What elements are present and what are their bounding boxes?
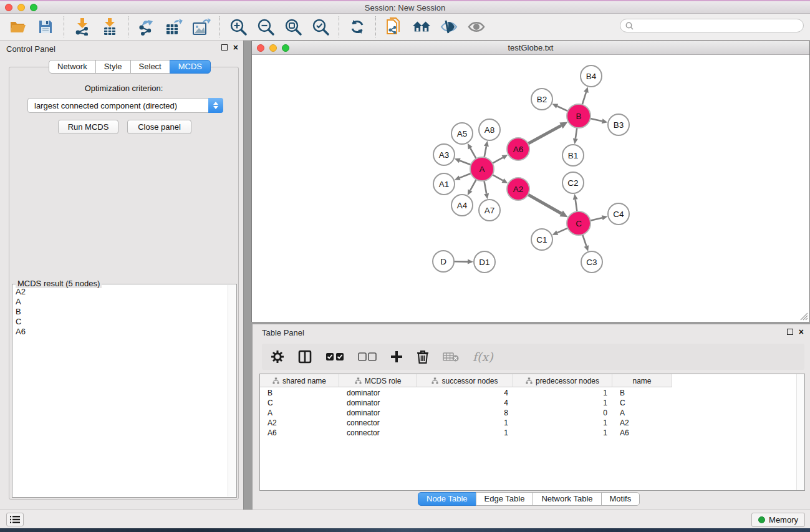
- delete-table-icon[interactable]: [443, 352, 459, 362]
- delete-column-icon[interactable]: [417, 350, 429, 364]
- table-tab-node-table[interactable]: Node Table: [418, 492, 476, 506]
- table-cell[interactable]: dominator: [339, 388, 417, 398]
- table-scrollbar[interactable]: [796, 374, 804, 490]
- tab-select[interactable]: Select: [130, 60, 170, 74]
- graph-edge[interactable]: [528, 195, 562, 213]
- column-header-predecessor-nodes[interactable]: predecessor nodes: [513, 374, 612, 387]
- graph-node-A8[interactable]: A8: [479, 119, 500, 140]
- table-cell[interactable]: C: [612, 398, 672, 408]
- graph-edge[interactable]: [485, 147, 486, 158]
- table-cell[interactable]: A6: [260, 428, 339, 438]
- float-panel-icon[interactable]: [221, 44, 228, 51]
- graph-node-A[interactable]: A: [470, 157, 494, 181]
- table-cell[interactable]: connector: [339, 418, 417, 428]
- graph-node-B3[interactable]: B3: [608, 114, 629, 135]
- network-canvas[interactable]: ABCA2A6A1A3A4A5A7A8B1B2B3B4C1C2C3C4DD1: [252, 56, 809, 322]
- table-cell[interactable]: 8: [417, 408, 513, 418]
- add-column-icon[interactable]: [390, 351, 403, 363]
- show-all-icon[interactable]: [467, 17, 486, 36]
- graph-node-A1[interactable]: A1: [433, 173, 455, 195]
- graph-node-A3[interactable]: A3: [433, 144, 455, 165]
- graph-node-D[interactable]: D: [433, 251, 454, 272]
- graph-edge[interactable]: [484, 181, 486, 194]
- import-network-icon[interactable]: [73, 17, 92, 36]
- close-table-panel-icon[interactable]: ×: [799, 329, 804, 335]
- graph-edge[interactable]: [591, 118, 602, 121]
- memory-button[interactable]: Memory: [751, 513, 805, 527]
- tab-mcds[interactable]: MCDS: [170, 60, 211, 74]
- graph-edge[interactable]: [582, 92, 586, 105]
- graph-edge[interactable]: [590, 218, 602, 221]
- graph-node-B[interactable]: B: [567, 104, 591, 128]
- graph-node-A7[interactable]: A7: [479, 200, 500, 221]
- graph-node-B1[interactable]: B1: [562, 145, 584, 166]
- graph-node-C3[interactable]: C3: [581, 251, 602, 273]
- column-header-shared-name[interactable]: shared name: [260, 374, 339, 387]
- graph-edge[interactable]: [460, 161, 471, 165]
- select-all-icon[interactable]: [325, 352, 344, 361]
- zoom-fit-icon[interactable]: [284, 17, 302, 36]
- table-row[interactable]: Cdominator41C: [260, 398, 796, 408]
- table-settings-icon[interactable]: [271, 350, 284, 364]
- table-cell[interactable]: 1: [513, 398, 612, 408]
- table-cell[interactable]: 1: [417, 428, 513, 438]
- show-columns-icon[interactable]: [298, 350, 312, 364]
- tab-style[interactable]: Style: [95, 60, 131, 74]
- table-cell[interactable]: C: [260, 398, 339, 408]
- table-cell[interactable]: 4: [417, 398, 513, 408]
- graph-edge[interactable]: [470, 148, 476, 159]
- table-cell[interactable]: A2: [612, 418, 672, 428]
- graph-edge[interactable]: [557, 228, 568, 233]
- home-view-icon[interactable]: [412, 17, 431, 36]
- search-input[interactable]: [637, 21, 798, 30]
- search-box[interactable]: [620, 19, 804, 32]
- network-window-titlebar[interactable]: testGlobe.txt: [252, 41, 809, 55]
- graph-edge[interactable]: [576, 200, 577, 211]
- table-cell[interactable]: 1: [513, 418, 612, 428]
- column-header-MCDS-role[interactable]: MCDS role: [339, 374, 417, 387]
- table-cell[interactable]: 4: [417, 388, 513, 398]
- result-item[interactable]: A: [14, 297, 226, 307]
- graph-edge[interactable]: [528, 125, 561, 143]
- table-tab-edge-table[interactable]: Edge Table: [476, 492, 534, 506]
- table-row[interactable]: A6connector11A6: [260, 428, 796, 438]
- task-history-button[interactable]: [6, 513, 24, 526]
- table-cell[interactable]: dominator: [339, 398, 417, 408]
- graph-edge[interactable]: [493, 158, 503, 163]
- table-cell[interactable]: A6: [612, 428, 672, 438]
- table-cell[interactable]: A: [260, 408, 339, 418]
- result-item[interactable]: A6: [14, 327, 226, 337]
- table-cell[interactable]: 0: [513, 408, 612, 418]
- result-list-scrollbar[interactable]: [228, 285, 236, 496]
- table-cell[interactable]: connector: [339, 428, 417, 438]
- zoom-out-icon[interactable]: [256, 17, 275, 36]
- table-cell[interactable]: B: [260, 388, 339, 398]
- export-image-icon[interactable]: [192, 17, 211, 36]
- run-mcds-button[interactable]: Run MCDS: [58, 120, 118, 134]
- new-network-from-file-icon[interactable]: [385, 17, 403, 36]
- network-graph[interactable]: ABCA2A6A1A3A4A5A7A8B1B2B3B4C1C2C3C4DD1: [252, 56, 809, 322]
- column-header-successor-nodes[interactable]: successor nodes: [417, 374, 513, 387]
- table-cell[interactable]: 1: [513, 428, 612, 438]
- table-cell[interactable]: dominator: [339, 408, 417, 418]
- graph-node-C[interactable]: C: [567, 211, 591, 235]
- table-cell[interactable]: A: [612, 408, 672, 418]
- column-header-name[interactable]: name: [612, 374, 672, 387]
- graph-node-A2[interactable]: A2: [507, 178, 529, 200]
- tab-network[interactable]: Network: [49, 60, 96, 74]
- table-tab-motifs[interactable]: Motifs: [601, 492, 640, 506]
- hide-unselected-icon[interactable]: [440, 17, 458, 36]
- graph-node-C2[interactable]: C2: [562, 172, 584, 193]
- function-builder-icon[interactable]: f(x): [473, 350, 493, 364]
- graph-node-B2[interactable]: B2: [531, 89, 552, 110]
- open-session-icon[interactable]: [9, 17, 27, 36]
- graph-node-A6[interactable]: A6: [507, 138, 529, 160]
- result-item[interactable]: B: [14, 307, 226, 317]
- export-table-icon[interactable]: [165, 17, 183, 36]
- table-row[interactable]: Bdominator41B: [260, 388, 796, 398]
- table-row[interactable]: Adominator80A: [260, 408, 796, 418]
- close-panel-icon[interactable]: ×: [233, 44, 238, 51]
- graph-node-B4[interactable]: B4: [581, 65, 602, 87]
- table-cell[interactable]: B: [612, 388, 672, 398]
- graph-node-A5[interactable]: A5: [451, 123, 473, 144]
